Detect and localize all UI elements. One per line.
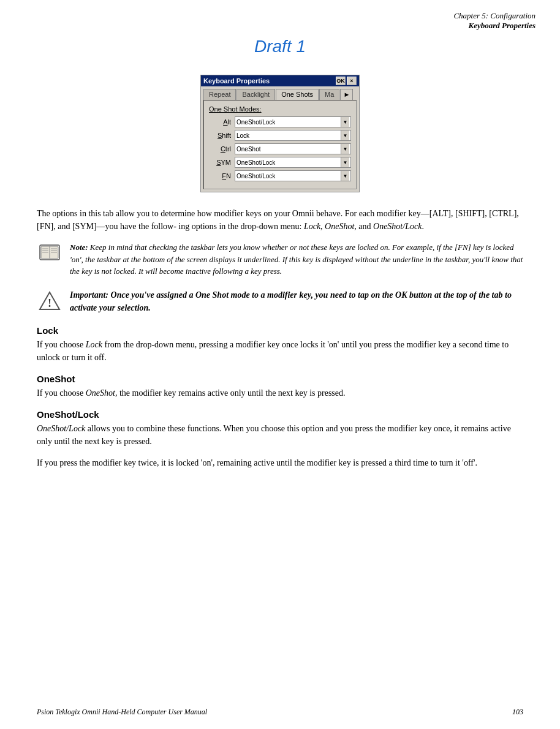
- dropdown-arrow-sym[interactable]: ▼: [341, 157, 349, 167]
- tab-more-arrow[interactable]: ►: [340, 89, 353, 100]
- page-footer: Psion Teklogix Omnii Hand-Held Computer …: [0, 708, 560, 717]
- dialog-row-fn: FN OneShot/Lock ▼: [209, 170, 351, 181]
- note-text: Note: Keep in mind that checking the tas…: [70, 241, 523, 278]
- main-content: Keyboard Properties OK × Repeat Backligh…: [0, 75, 560, 502]
- close-button[interactable]: ×: [347, 77, 357, 85]
- dialog-row-alt: Alt OneShot/Lock ▼: [209, 116, 351, 127]
- svg-text:!: !: [48, 297, 51, 309]
- ok-button[interactable]: OK: [336, 77, 346, 85]
- dialog-row-ctrl: Ctrl OneShot ▼: [209, 143, 351, 154]
- label-fn: FN: [209, 172, 231, 179]
- important-icon: !: [37, 289, 62, 312]
- page-header: Chapter 5: Configuration Keyboard Proper…: [0, 0, 560, 33]
- keyboard-properties-dialog[interactable]: Keyboard Properties OK × Repeat Backligh…: [200, 75, 360, 192]
- label-sym: SYM: [209, 159, 231, 166]
- dialog-title: Keyboard Properties: [203, 77, 270, 85]
- select-fn[interactable]: OneShot/Lock ▼: [235, 170, 351, 181]
- dialog-tabs: Repeat Backlight One Shots Ma ►: [201, 86, 359, 100]
- dialog-row-sym: SYM OneShot/Lock ▼: [209, 157, 351, 168]
- note-box: Note: Keep in mind that checking the tas…: [37, 241, 523, 278]
- tab-repeat[interactable]: Repeat: [203, 89, 236, 100]
- section-title: Keyboard Properties: [469, 21, 535, 30]
- label-alt: Alt: [209, 118, 231, 126]
- titlebar-buttons: OK ×: [336, 77, 357, 85]
- oneshot-body: If you choose OneShot, the modifier key …: [37, 387, 523, 399]
- oneshotlock-heading: OneShot/Lock: [37, 409, 523, 420]
- label-shift: Shift: [209, 132, 231, 139]
- draft-watermark: Draft 1: [0, 33, 560, 62]
- select-ctrl[interactable]: OneShot ▼: [235, 143, 351, 154]
- oneshotlock-body2: If you press the modifier key twice, it …: [37, 456, 523, 469]
- one-shot-modes-title: One Shot Modes:: [209, 105, 351, 113]
- tab-ma[interactable]: Ma: [319, 89, 339, 100]
- dialog-screenshot: Keyboard Properties OK × Repeat Backligh…: [37, 75, 523, 192]
- footer-right: 103: [512, 708, 523, 717]
- tab-one-shots[interactable]: One Shots: [276, 89, 319, 100]
- book-icon: [39, 243, 61, 262]
- note-icon: [37, 241, 62, 262]
- oneshotlock-body1: OneShot/Lock allows you to combine these…: [37, 422, 523, 448]
- important-box: ! Important: Once you've assigned a One …: [37, 289, 523, 314]
- chapter-title: Chapter 5: Configuration: [453, 11, 535, 20]
- oneshot-heading: OneShot: [37, 374, 523, 384]
- warning-triangle-icon: !: [39, 290, 61, 312]
- tab-backlight[interactable]: Backlight: [236, 89, 275, 100]
- dropdown-arrow-ctrl[interactable]: ▼: [341, 144, 349, 154]
- select-sym[interactable]: OneShot/Lock ▼: [235, 157, 351, 168]
- dialog-titlebar: Keyboard Properties OK ×: [201, 75, 359, 86]
- select-alt[interactable]: OneShot/Lock ▼: [235, 116, 351, 127]
- body-paragraph: The options in this tab allow you to det…: [37, 207, 523, 233]
- dropdown-arrow-alt[interactable]: ▼: [341, 117, 349, 127]
- lock-heading: Lock: [37, 325, 523, 336]
- select-shift[interactable]: Lock ▼: [235, 130, 351, 141]
- label-ctrl: Ctrl: [209, 145, 231, 153]
- footer-left: Psion Teklogix Omnii Hand-Held Computer …: [37, 708, 207, 717]
- dropdown-arrow-shift[interactable]: ▼: [341, 130, 349, 140]
- lock-body: If you choose Lock from the drop-down me…: [37, 338, 523, 364]
- dropdown-arrow-fn[interactable]: ▼: [341, 171, 349, 181]
- important-text: Important: Once you've assigned a One Sh…: [70, 289, 523, 314]
- dialog-content-area: One Shot Modes: Alt OneShot/Lock ▼ Shift…: [203, 100, 357, 189]
- dialog-row-shift: Shift Lock ▼: [209, 130, 351, 141]
